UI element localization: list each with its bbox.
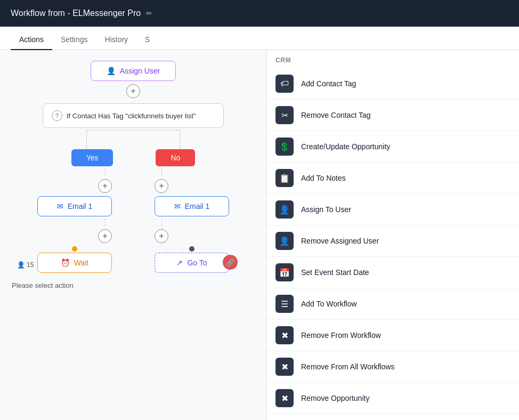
action-item-0[interactable]: 🏷 Add Contact Tag xyxy=(267,68,519,100)
action-icon-4: 👤 xyxy=(275,200,294,219)
condition-node[interactable]: ? If Contact Has Tag "clickfunnels buyer… xyxy=(43,103,224,128)
action-item-8[interactable]: ✖ Remove From Workflow xyxy=(267,320,519,351)
main-content: 👤 Assign User + ? If Contact Has Tag "cl… xyxy=(0,50,519,420)
actions-list: 🏷 Add Contact Tag ✂ Remove Contact Tag 💲… xyxy=(267,68,519,420)
action-label-9: Remove From All Workflows xyxy=(301,362,395,371)
email-node-yes[interactable]: ✉ Email 1 xyxy=(37,196,112,216)
action-label-0: Add Contact Tag xyxy=(301,79,356,88)
goto-node[interactable]: ↗ Go To xyxy=(155,253,229,273)
link-icon: 🔗 xyxy=(226,259,234,266)
assign-user-node[interactable]: 👤 Assign User xyxy=(91,61,176,81)
email-icon-2: ✉ xyxy=(174,202,181,211)
user-icon: 👤 xyxy=(17,261,25,269)
action-icon-3: 📋 xyxy=(275,169,294,187)
action-icon-6: 📅 xyxy=(275,263,294,281)
goto-icon: ↗ xyxy=(176,259,183,267)
wait-label: Wait xyxy=(74,259,88,267)
email-node-no[interactable]: ✉ Email 1 xyxy=(155,196,229,216)
action-item-10[interactable]: ✖ Remove Opportunity xyxy=(267,383,519,414)
action-label-6: Set Event Start Date xyxy=(301,268,369,277)
action-icon-5: 👤 xyxy=(275,232,294,250)
action-label-2: Create/Update Opportunity xyxy=(301,142,390,151)
action-item-9[interactable]: ✖ Remove From All Workflows xyxy=(267,351,519,383)
action-label-7: Add To Workflow xyxy=(301,300,357,308)
action-label-3: Add To Notes xyxy=(301,174,346,182)
action-icon-9: ✖ xyxy=(275,358,294,376)
yes-branch: Yes xyxy=(71,149,113,166)
action-item-5[interactable]: 👤 Remove Assigned User xyxy=(267,225,519,257)
no-button[interactable]: No xyxy=(156,149,195,166)
header: Workflow from - ELMessenger Pro ✏ xyxy=(0,0,519,27)
assign-user-box[interactable]: 👤 Assign User xyxy=(91,61,176,81)
user-count: 15 xyxy=(27,261,34,269)
add-btn-email-no[interactable]: + xyxy=(155,229,168,243)
action-label-5: Remove Assigned User xyxy=(301,237,379,245)
action-label-4: Assign To User xyxy=(301,205,351,214)
action-item-3[interactable]: 📋 Add To Notes xyxy=(267,163,519,194)
action-icon-0: 🏷 xyxy=(275,75,294,93)
action-label-1: Remove Contact Tag xyxy=(301,111,370,119)
action-item-7[interactable]: ☰ Add To Workflow xyxy=(267,288,519,320)
add-btn-yes[interactable]: + xyxy=(98,179,112,193)
yes-button[interactable]: Yes xyxy=(71,149,113,166)
assign-user-label: Assign User xyxy=(120,67,160,75)
tabs-bar: Actions Settings History S xyxy=(0,27,519,50)
email-label-2: Email 1 xyxy=(185,202,210,211)
action-label-10: Remove Opportunity xyxy=(301,394,369,402)
action-item-1[interactable]: ✂ Remove Contact Tag xyxy=(267,100,519,131)
action-item-2[interactable]: 💲 Create/Update Opportunity xyxy=(267,131,519,163)
workflow-title: Workflow from - ELMessenger Pro xyxy=(11,9,141,18)
action-item-6[interactable]: 📅 Set Event Start Date xyxy=(267,257,519,288)
tab-actions[interactable]: Actions xyxy=(11,30,52,50)
condition-icon: ? xyxy=(52,110,62,121)
action-item-11[interactable]: 🔔 Send Internal Notification xyxy=(267,414,519,420)
action-label-8: Remove From Workflow xyxy=(301,331,381,340)
no-branch: No xyxy=(156,149,195,166)
workflow-canvas: 👤 Assign User + ? If Contact Has Tag "cl… xyxy=(0,50,266,420)
add-btn-email-yes[interactable]: + xyxy=(98,229,112,243)
assign-user-icon: 👤 xyxy=(107,67,116,75)
wait-node[interactable]: ⏰ Wait xyxy=(37,253,112,273)
tab-history[interactable]: History xyxy=(96,30,137,50)
action-icon-1: ✂ xyxy=(275,106,294,124)
add-btn-1[interactable]: + xyxy=(126,84,140,98)
action-icon-2: 💲 xyxy=(275,138,294,156)
clock-icon: ⏰ xyxy=(61,259,70,267)
user-count-badge: 👤 15 xyxy=(17,261,34,269)
crm-section-header: CRM xyxy=(267,50,519,68)
action-item-4[interactable]: 👤 Assign To User xyxy=(267,194,519,225)
actions-panel: CRM 🏷 Add Contact Tag ✂ Remove Contact T… xyxy=(266,50,519,420)
action-icon-8: ✖ xyxy=(275,326,294,344)
email-label-1: Email 1 xyxy=(68,202,93,211)
tab-settings[interactable]: Settings xyxy=(52,30,96,50)
email-icon-1: ✉ xyxy=(57,202,63,211)
condition-label: If Contact Has Tag "clickfunnels buyer l… xyxy=(67,112,196,120)
action-icon-10: ✖ xyxy=(275,389,294,407)
edit-icon[interactable]: ✏ xyxy=(146,9,152,18)
add-btn-no[interactable]: + xyxy=(155,179,168,193)
action-icon-7: ☰ xyxy=(275,295,294,313)
please-select-text: Please select action xyxy=(11,278,75,293)
tab-s[interactable]: S xyxy=(136,30,158,50)
link-icon-badge[interactable]: 🔗 xyxy=(223,255,238,270)
goto-label: Go To xyxy=(187,259,207,267)
